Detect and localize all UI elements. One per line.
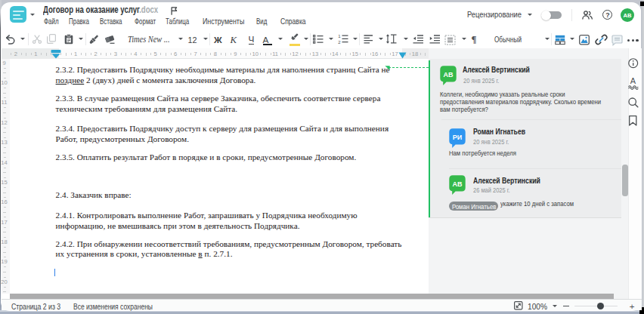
svg-text:АВ: АВ	[444, 71, 454, 78]
svg-text:1: 1	[338, 34, 341, 38]
svg-text:2: 2	[338, 40, 341, 45]
svg-text:РИ: РИ	[453, 133, 462, 140]
svg-text:АВ: АВ	[453, 180, 463, 188]
